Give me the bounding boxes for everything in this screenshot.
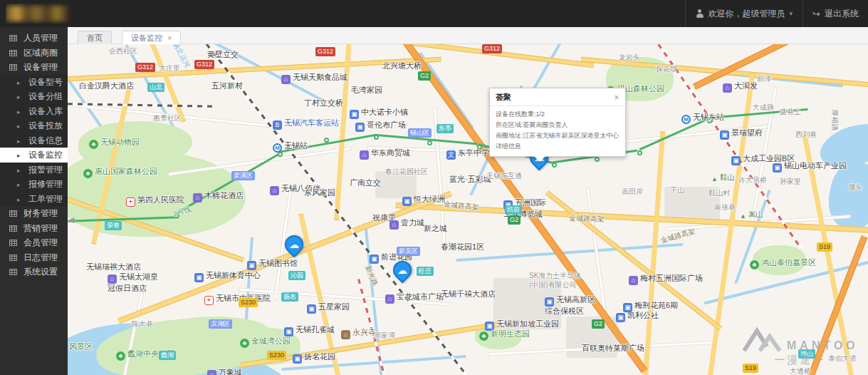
sidebar-item[interactable]: ▸设备型号 (0, 75, 68, 90)
chevron-down-icon: ▾ (790, 10, 793, 17)
map-label-text: 无锡东站 (693, 113, 724, 121)
sidebar-item[interactable]: 日志管理 (0, 250, 68, 265)
sidebar-item-label: 报警管理 (28, 165, 63, 175)
map-label: 周家湾 (374, 331, 395, 340)
map-label-text: 大庄里 (159, 64, 180, 72)
map-label: 下山 (670, 185, 684, 195)
map-label: ⌂宝龙城市广场 (385, 292, 444, 304)
hotel-icon: ⌂ (281, 75, 291, 84)
sidebar-item[interactable]: 系统设置 (0, 264, 68, 279)
map-label: 探花坟 (656, 64, 677, 73)
mall-icon: ⌂ (723, 83, 732, 93)
sidebar-item-label: 人员管理 (23, 33, 58, 43)
road-shield-badge: G2 (592, 319, 605, 329)
map-pan-left-icon[interactable]: ◀ (68, 215, 74, 225)
map-label: 惠景社区 (153, 113, 182, 123)
header-actions: 欢迎你，超级管理员 ▾ ↪ 退出系统 (685, 0, 868, 27)
map-label-text: 无锡千禧大酒店 (441, 289, 496, 298)
sidebar-item[interactable]: ▸报警管理 (0, 163, 68, 178)
sidebar-item[interactable]: ▸设备投放 (0, 118, 68, 133)
map-label: ▣中大诺卡小镇 (350, 108, 408, 119)
detail-link[interactable]: 详细信息 (496, 141, 619, 152)
map-label: 盛巷上 (780, 107, 801, 116)
map-label-text: SK海力士半导体 (中国)有限公司 (529, 272, 581, 289)
map-label-text: 孙家里 (780, 178, 801, 185)
map-label-text: 壹力城 (401, 218, 424, 227)
grid-icon (9, 35, 17, 41)
map-label: 文东亭中学 (446, 148, 489, 160)
sidebar-item-label: 工单管理 (28, 194, 63, 204)
cloud-icon: ☁ (286, 237, 302, 252)
map-label: 金城路高架 (569, 213, 605, 224)
logo-image (6, 6, 68, 21)
sidebar-item[interactable]: ▸报修管理 (0, 177, 68, 192)
sidebar-item[interactable]: ▸设备监控 (0, 148, 68, 163)
tab[interactable]: 首页 (78, 31, 112, 44)
map-label-text: 会西社区 (109, 47, 137, 55)
sidebar-item[interactable]: 财务管理 (0, 206, 68, 221)
sidebar-item[interactable]: 营销管理 (0, 221, 68, 236)
map-label: ⌂万象城 (207, 368, 242, 375)
user-menu[interactable]: 欢迎你，超级管理员 ▾ (685, 0, 804, 27)
map-label-text: 风景区 (69, 342, 93, 351)
map-label: 五河新村 (211, 81, 243, 91)
map-label: +无锡市中医医院 (204, 294, 271, 305)
app-logo[interactable] (6, 4, 74, 24)
sidebar-item[interactable]: 区域商圈 (0, 46, 68, 61)
tab[interactable]: 设备监控× (122, 31, 181, 44)
sidebar-item-label: 设备型号 (28, 77, 63, 87)
stadium-icon: ▣ (194, 273, 204, 282)
tab-close-icon[interactable]: × (167, 34, 172, 42)
map-label-text: 春潮花园1区 (441, 242, 484, 251)
metro-station-dot (637, 150, 642, 155)
sidebar-item[interactable]: ▸工单管理 (0, 192, 68, 207)
road-shield-badge: G312 (482, 44, 502, 53)
sidebar-item-label: 设备投放 (28, 120, 63, 130)
sidebar-item[interactable]: ▸设备信息 (0, 133, 68, 148)
popup-info-line: 商圈地址:江苏省无锡市新吴区深港亚太中心 (496, 130, 619, 141)
sidebar-item[interactable]: 设备管理 (0, 60, 68, 75)
map-label: 蓝光·五彩城 (449, 175, 491, 184)
cloud-icon: ☁ (394, 262, 410, 278)
area-badge: 蠡湖 (159, 351, 176, 360)
map-label-text: 五河新村 (211, 81, 243, 90)
temple-icon: ⌂ (341, 330, 350, 339)
road-shield-badge: G312 (194, 60, 214, 69)
map-label: 丁村立交桥 (304, 98, 343, 108)
tab-label: 首页 (87, 34, 103, 42)
sidebar-item[interactable]: ▸设备分组 (0, 89, 68, 104)
map-label: 厚裕路 (830, 110, 840, 131)
map-watermark: MANTOO 一漫途一 (741, 324, 859, 367)
hotel-icon: ⌂ (193, 193, 202, 202)
map-canvas[interactable]: ◀ 荟聚 × 设备在线数量:1/2所在区域:荟聚商圈负责人商圈地址:江苏省无锡市… (68, 44, 868, 375)
mall-icon: ⌂ (629, 276, 638, 285)
sidebar-item[interactable]: 人员管理 (0, 31, 68, 46)
metro-station-dot (595, 157, 600, 162)
chevron-right-icon: ▸ (17, 105, 24, 120)
map-label-text: 第四人民医院 (137, 195, 184, 204)
map-label: ▣哥伦布广场 (355, 120, 406, 132)
close-icon[interactable]: × (596, 93, 619, 103)
hotel-icon: ⌂ (108, 274, 117, 284)
map-label: 无锡东互通 (486, 171, 522, 180)
map-label: SK海力士半导体 (中国)有限公司 (529, 271, 581, 289)
sidebar-item-label: 会员管理 (23, 237, 58, 247)
grid-icon (9, 64, 17, 71)
grid-icon (9, 240, 17, 246)
sidebar-item[interactable]: 会员管理 (0, 235, 68, 250)
grid-icon (9, 210, 17, 217)
map-label-text: 东亭中学 (458, 148, 489, 157)
map-label: 龙宕头 (619, 53, 640, 62)
logout-button[interactable]: ↪ 退出系统 (803, 0, 868, 27)
popup-body: 设备在线数量:1/2所在区域:荟聚商圈负责人商圈地址:江苏省无锡市新吴区深港亚太… (490, 106, 625, 156)
chevron-right-icon: ▸ (17, 134, 24, 149)
grid-icon (9, 50, 17, 56)
map-label: 大庄里 (159, 63, 180, 73)
map-label: ▣无锡新体育中心 (194, 271, 261, 282)
map-label-text: 鞋山村 (708, 189, 730, 197)
map-label-text: 白金汉爵大酒店 (79, 81, 134, 90)
logout-label: 退出系统 (825, 8, 859, 20)
map-label-text: 鞋山 (720, 173, 734, 181)
chevron-right-icon: ▸ (17, 178, 24, 192)
sidebar-item[interactable]: ▸设备入库 (0, 104, 68, 119)
